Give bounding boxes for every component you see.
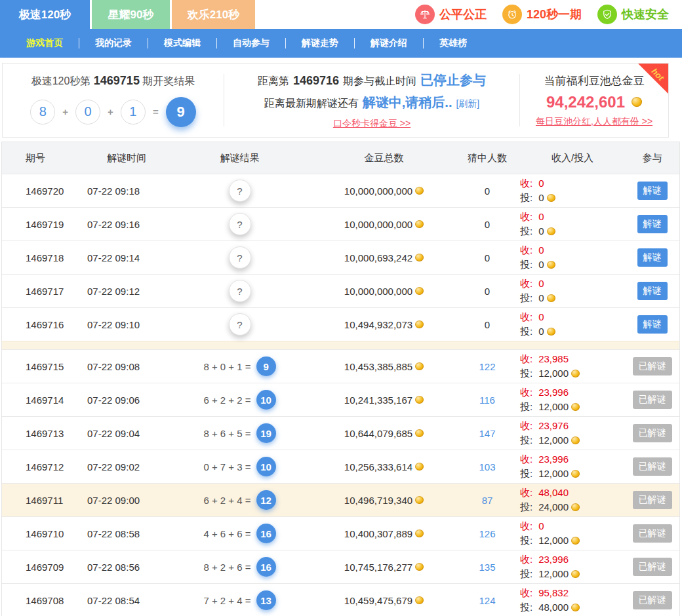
solve-button[interactable]: 已解谜 [633,457,672,476]
total-beans-cell: 10,256,333,614 [313,461,454,472]
badge-label: 120秒一期 [527,7,582,22]
table-row: 1469711 07-22 09:00 ? 6 + 2 + 4 = 12 10,… [2,483,679,516]
total-beans-value: 10,453,385,885 [344,361,412,372]
winners-count[interactable]: 147 [454,428,520,439]
deadline-mid: 期参与截止时间 [343,75,416,88]
result-cell: ? 0 + 7 + 3 = 10 [166,457,313,476]
income-value: 0 [538,310,544,324]
draw-title-prefix: 极速120秒第 [31,75,91,87]
invest-line: 投: 0 [520,324,625,339]
income-line: 收: 23,996 [520,552,625,567]
total-beans-value: 10,459,475,679 [344,595,412,606]
coin-icon [415,320,424,328]
issue-number: 1469709 [2,562,87,573]
result-sum-badge: 9 [256,356,276,376]
winners-count[interactable]: 103 [454,461,520,472]
nav-item-my-records[interactable]: 我的记录 [95,37,132,49]
nav-separator [354,38,355,48]
total-beans-value: 10,000,000,000 [344,219,412,230]
invest-value: 12,000 [538,533,569,548]
coin-icon [415,463,424,471]
nav-item-trend[interactable]: 解谜走势 [302,37,338,49]
income-invest-cell: 收: 23,996 投: 12,000 [520,452,625,481]
total-beans-cell: 10,000,000,000 [313,286,454,297]
coin-icon [571,604,580,611]
draw-time: 07-22 09:02 [87,461,166,472]
invest-line: 投: 0 [520,191,625,205]
deadline-line: 距离第 1469716 期参与截止时间 已停止参与 [258,71,486,89]
game-tabs: 极速120秒 星耀90秒 欢乐210秒 [0,0,255,29]
result-expression: 4 + 6 + 6 = [203,528,251,539]
table-header-row: 期号 解谜时间 解谜结果 金豆总数 猜中人数 收入/投入 参与 [2,142,679,174]
solve-button[interactable]: 已解谜 [633,558,672,576]
income-label: 收: [520,385,532,400]
invest-label: 投: [520,366,532,381]
solve-button[interactable]: 解谜 [637,248,668,267]
badge-period: 120秒一期 [502,5,582,24]
winners-count[interactable]: 116 [454,395,520,406]
solve-button[interactable]: 已解谜 [633,391,672,409]
nav-item-intro[interactable]: 解谜介绍 [371,37,407,49]
draw-ball-1: 8 [30,100,55,125]
winners-count[interactable]: 122 [454,361,520,372]
invest-value: 0 [538,291,544,305]
refresh-link[interactable]: [刷新] [456,98,479,110]
income-label: 收: [520,352,532,366]
invest-value: 24,000 [538,500,569,514]
total-beans-cell: 10,000,000,000 [313,219,454,230]
winners-count[interactable]: 124 [454,595,520,606]
total-beans-cell: 10,400,307,889 [313,528,454,539]
solve-button[interactable]: 解谜 [637,182,668,200]
header-issue: 期号 [2,152,87,164]
income-invest-cell: 收: 0 投: 12,000 [520,519,625,548]
solve-button[interactable]: 解谜 [637,215,668,233]
result-cell: ? [166,246,313,269]
draw-ball-3: 1 [121,100,146,125]
income-label: 收: [520,310,532,324]
result-expression: 8 + 2 + 6 = [203,562,251,573]
nav-item-auto-join[interactable]: 自动参与 [233,37,270,49]
total-beans-cell: 10,241,335,167 [313,395,454,406]
nav-item-mode-edit[interactable]: 模式编辑 [164,37,201,49]
action-cell: 已解谜 [625,357,679,375]
nav-separator [285,38,286,48]
pending-question-icon: ? [229,180,251,202]
nav-item-hero-list[interactable]: 英雄榜 [439,37,467,49]
winners-count[interactable]: 87 [454,495,520,506]
pool-dividend-link[interactable]: 每日豆池分红,人人都有份 >> [536,116,652,128]
total-beans-cell: 10,000,693,242 [313,252,454,263]
tab-speed-120s[interactable]: 极速120秒 [0,0,90,29]
income-line: 收: 95,832 [520,586,625,600]
countdown-section: 距离第 1469716 期参与截止时间 已停止参与 距离最新期解谜还有 解谜中,… [224,64,519,137]
action-cell: 解谜 [625,248,679,267]
solve-button[interactable]: 已解谜 [633,357,672,375]
income-value: 23,996 [538,452,569,467]
winners-count[interactable]: 126 [454,528,520,539]
table-row: 1469716 07-22 09:10 ? 10,494,932,073 0 收… [2,307,679,341]
winners-count: 0 [454,185,520,197]
solve-button[interactable]: 已解谜 [633,491,672,509]
winners-count[interactable]: 135 [454,562,520,573]
income-value: 0 [538,519,544,533]
solve-button[interactable]: 解谜 [637,315,668,334]
nav-item-home[interactable]: 游戏首页 [26,37,63,49]
solve-button[interactable]: 已解谜 [633,524,672,543]
solving-prefix: 距离最新期解谜还有 [264,97,359,111]
invest-label: 投: [520,291,532,305]
tab-joy-210s[interactable]: 欢乐210秒 [172,0,255,29]
income-line: 收: 23,996 [520,385,625,400]
solve-button[interactable]: 解谜 [637,282,668,300]
draw-time: 07-22 09:06 [87,395,166,406]
solve-button[interactable]: 已解谜 [633,591,672,609]
result-cell: ? [166,313,313,336]
solve-button[interactable]: 已解谜 [633,424,672,442]
table-row: 1469709 07-22 08:56 ? 8 + 2 + 6 = 16 10,… [2,550,679,583]
invest-value: 0 [538,191,544,205]
table-body: 1469720 07-22 09:18 ? 10,000,000,000 0 收… [2,174,679,616]
bean-pool-section: 当前福利豆池总金豆 94,242,601 每日豆池分红,人人都有份 >> [520,64,668,137]
draw-time: 07-22 09:16 [87,219,166,230]
table-row: 1469718 07-22 09:14 ? 10,000,693,242 0 收… [2,241,679,274]
tab-star-90s[interactable]: 星耀90秒 [92,0,170,29]
promo-link[interactable]: 口令秒卡得金豆 >> [333,118,411,130]
coin-icon [571,570,580,578]
